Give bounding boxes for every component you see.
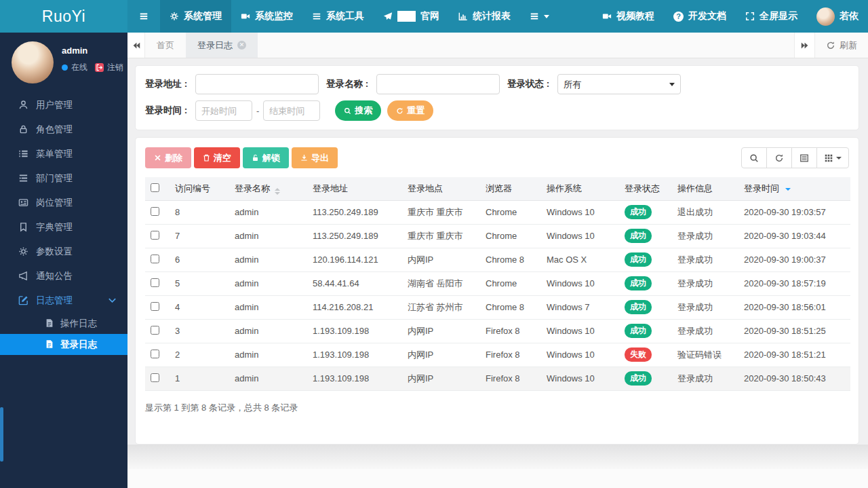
sidebar-item-label: 部门管理 [36, 172, 73, 185]
table-row[interactable]: 2 admin 1.193.109.198 内网IP Firefox 8 Win… [145, 343, 850, 367]
sidebar-item-users[interactable]: 用户管理 [0, 93, 127, 117]
sidebar-item-posts[interactable]: 岗位管理 [0, 191, 127, 215]
sort-desc-icon[interactable] [785, 188, 791, 191]
sidebar-item-departments[interactable]: 部门管理 [0, 166, 127, 191]
row-checkbox[interactable] [151, 278, 159, 287]
sidebar-item-label: 岗位管理 [36, 197, 73, 209]
sidebar-item-roles[interactable]: 角色管理 [0, 117, 127, 142]
cell-browser: Firefox 8 [480, 319, 541, 343]
question-circle-icon: ? [673, 12, 684, 22]
clear-button[interactable]: 清空 [194, 147, 240, 168]
col-header-ip[interactable]: 登录地址 [307, 177, 402, 200]
nav-item-dev-docs[interactable]: ? 开发文档 [664, 0, 736, 33]
sidebar-item-login-log[interactable]: 登录日志 [0, 334, 127, 355]
table-refresh-button[interactable] [766, 147, 792, 168]
sidebar-item-label: 菜单管理 [36, 148, 73, 160]
table-row[interactable]: 6 admin 120.196.114.121 内网IP Chrome 8 Ma… [145, 248, 850, 271]
sidebar-item-label: 字典管理 [36, 221, 73, 233]
row-checkbox[interactable] [151, 255, 159, 263]
avatar[interactable] [12, 41, 54, 83]
nav-item-system-tools[interactable]: 系统工具 [302, 0, 374, 33]
search-icon [344, 107, 351, 115]
panel-shadow [127, 445, 868, 469]
content-area: 登录地址 : 登录名称 : 登录状态 : 所有 [127, 58, 868, 445]
login-log-table: 访问编号 登录名称 登录地址 登录地点 浏览器 操作系统 登录状态 操作信息 登… [145, 177, 850, 391]
nav-item-report[interactable]: 统计报表 [449, 0, 520, 33]
close-icon[interactable]: ✕ [237, 41, 246, 50]
nav-item-system-monitor[interactable]: 系统监控 [231, 0, 302, 33]
status-badge: 成功 [625, 252, 652, 267]
table-search-button[interactable] [741, 147, 767, 168]
nav-item-user-profile[interactable]: 若依 [807, 0, 868, 33]
cell-ip: 1.193.109.198 [307, 319, 402, 343]
col-header-message[interactable]: 操作信息 [672, 177, 738, 200]
cell-ip: 1.193.109.198 [307, 367, 402, 390]
row-checkbox[interactable] [151, 350, 159, 358]
logout-link[interactable]: 注销 [107, 62, 123, 73]
sidebar-toggle-button[interactable] [127, 0, 160, 33]
table-row[interactable]: 5 admin 58.44.41.64 湖南省 岳阳市 Chrome Windo… [145, 271, 850, 295]
cell-browser: Chrome 8 [480, 295, 541, 319]
nav-item-system-manage[interactable]: 系统管理 [160, 0, 231, 33]
tab-home[interactable]: 首页 [145, 33, 186, 58]
login-name-input[interactable] [376, 74, 500, 94]
sort-icon[interactable] [275, 188, 280, 195]
cell-name: admin [229, 367, 307, 390]
nav-item-video-tutorial[interactable]: 视频教程 [593, 0, 664, 33]
cell-ip: 120.196.114.121 [307, 248, 402, 271]
row-checkbox[interactable] [151, 231, 159, 240]
table-row[interactable]: 8 admin 113.250.249.189 重庆市 重庆市 Chrome W… [145, 200, 850, 224]
bars-icon [312, 11, 321, 22]
indent-list-icon [18, 173, 28, 184]
sidebar-scrollbar[interactable] [0, 407, 3, 462]
start-time-input[interactable] [195, 100, 252, 121]
reset-button[interactable]: 重置 [387, 100, 433, 121]
nav-item-fullscreen[interactable]: 全屏显示 [736, 0, 807, 33]
login-address-input[interactable] [195, 74, 319, 94]
delete-button[interactable]: 删除 [145, 147, 191, 168]
search-icon [749, 153, 759, 163]
row-checkbox[interactable] [151, 207, 159, 216]
export-button[interactable]: 导出 [292, 147, 338, 168]
export-button-label: 导出 [311, 152, 329, 164]
login-status-select[interactable]: 所有 [557, 74, 681, 94]
col-header-time[interactable]: 登录时间 [738, 177, 850, 200]
col-header-status[interactable]: 登录状态 [619, 177, 672, 200]
sidebar-item-parameters[interactable]: 参数设置 [0, 240, 127, 264]
tabs-scroll-right-button[interactable] [794, 33, 814, 58]
cell-ip: 1.193.109.198 [307, 343, 402, 367]
end-time-input[interactable] [263, 100, 320, 121]
search-button[interactable]: 搜索 [335, 100, 381, 121]
table-view-controls [741, 147, 849, 168]
app-logo: RuoYi [0, 0, 127, 33]
sidebar-item-logs[interactable]: 日志管理 [0, 288, 127, 313]
sidebar-item-notices[interactable]: 通知公告 [0, 264, 127, 288]
table-columns-button[interactable] [816, 147, 849, 168]
col-header-id[interactable]: 访问编号 [170, 177, 229, 200]
nav-item-more-menu[interactable] [520, 0, 559, 33]
cell-id: 2 [170, 343, 229, 367]
refresh-tab-button[interactable]: 刷新 [814, 33, 868, 58]
table-row[interactable]: 7 admin 113.250.249.189 重庆市 重庆市 Chrome W… [145, 224, 850, 248]
cell-time: 2020-09-30 19:00:37 [738, 248, 850, 271]
col-header-browser[interactable]: 浏览器 [480, 177, 541, 200]
table-row[interactable]: 1 admin 1.193.109.198 内网IP Firefox 8 Win… [145, 367, 850, 390]
row-checkbox[interactable] [151, 373, 159, 382]
table-detail-view-button[interactable] [791, 147, 817, 168]
unlock-button[interactable]: 解锁 [243, 147, 289, 168]
tabs-scroll-left-button[interactable] [127, 33, 145, 58]
table-row[interactable]: 4 admin 114.216.208.21 江苏省 苏州市 Chrome 8 … [145, 295, 850, 319]
sidebar-item-operation-log[interactable]: 操作日志 [0, 313, 127, 334]
select-all-checkbox[interactable] [151, 183, 159, 192]
row-checkbox[interactable] [151, 302, 159, 311]
table-row[interactable]: 3 admin 1.193.109.198 内网IP Firefox 8 Win… [145, 319, 850, 343]
row-checkbox[interactable] [151, 326, 159, 335]
tab-login-log[interactable]: 登录日志 ✕ [186, 33, 258, 58]
col-header-name[interactable]: 登录名称 [229, 177, 307, 200]
col-header-location[interactable]: 登录地点 [402, 177, 480, 200]
nav-item-official-site[interactable]: 官网 [374, 0, 449, 33]
col-header-os[interactable]: 操作系统 [541, 177, 619, 200]
cell-message: 验证码错误 [672, 343, 738, 367]
sidebar-item-dictionary[interactable]: 字典管理 [0, 215, 127, 240]
sidebar-item-menus[interactable]: 菜单管理 [0, 142, 127, 166]
